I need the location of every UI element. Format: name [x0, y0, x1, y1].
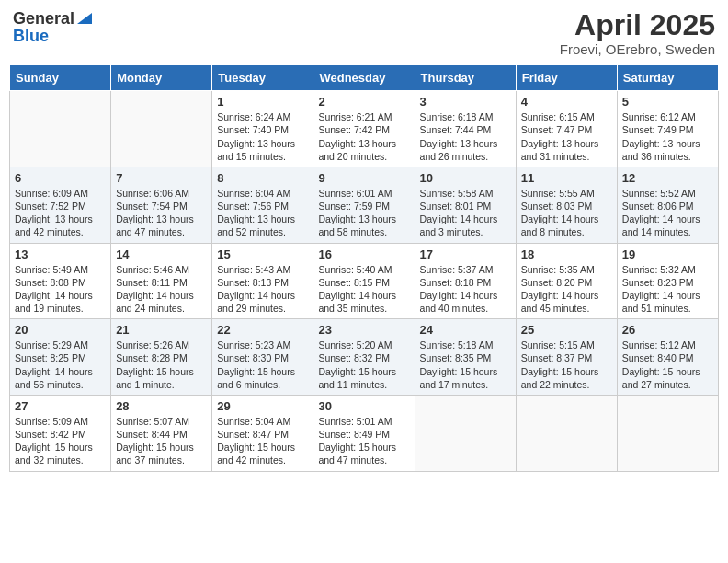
logo-blue-text: Blue [13, 28, 49, 44]
calendar-cell: 23Sunrise: 5:20 AM Sunset: 8:32 PM Dayli… [313, 319, 415, 396]
day-info: Sunrise: 5:26 AM Sunset: 8:28 PM Dayligh… [116, 339, 207, 391]
day-info: Sunrise: 5:35 AM Sunset: 8:20 PM Dayligh… [521, 263, 612, 316]
calendar-week-2: 13Sunrise: 5:49 AM Sunset: 8:08 PM Dayli… [10, 243, 719, 319]
day-info: Sunrise: 6:04 AM Sunset: 7:56 PM Dayligh… [217, 187, 308, 239]
calendar-cell: 22Sunrise: 5:23 AM Sunset: 8:30 PM Dayli… [212, 319, 313, 396]
day-number: 15 [217, 247, 308, 261]
day-info: Sunrise: 5:01 AM Sunset: 8:49 PM Dayligh… [318, 415, 409, 467]
day-info: Sunrise: 5:20 AM Sunset: 8:32 PM Dayligh… [318, 339, 409, 391]
header-sunday: Sunday [10, 65, 111, 91]
day-number: 24 [420, 323, 511, 337]
svg-marker-0 [77, 13, 92, 24]
calendar-cell: 11Sunrise: 5:55 AM Sunset: 8:03 PM Dayli… [516, 167, 617, 243]
calendar-cell: 7Sunrise: 6:06 AM Sunset: 7:54 PM Daylig… [111, 167, 212, 243]
logo-icon [77, 9, 92, 24]
day-number: 19 [622, 247, 713, 261]
header-wednesday: Wednesday [313, 65, 415, 91]
day-number: 16 [318, 247, 409, 261]
day-info: Sunrise: 6:06 AM Sunset: 7:54 PM Dayligh… [116, 187, 207, 239]
day-number: 11 [521, 171, 612, 185]
day-number: 9 [318, 171, 409, 185]
day-info: Sunrise: 5:49 AM Sunset: 8:08 PM Dayligh… [15, 263, 106, 316]
header-monday: Monday [111, 65, 212, 91]
day-number: 27 [15, 399, 106, 413]
calendar-cell: 21Sunrise: 5:26 AM Sunset: 8:28 PM Dayli… [111, 319, 212, 396]
day-number: 21 [116, 323, 207, 337]
calendar-table: SundayMondayTuesdayWednesdayThursdayFrid… [9, 64, 719, 471]
header-saturday: Saturday [617, 65, 718, 91]
day-number: 12 [622, 171, 713, 185]
day-info: Sunrise: 5:15 AM Sunset: 8:37 PM Dayligh… [521, 339, 612, 391]
calendar-cell [10, 91, 111, 167]
day-number: 4 [521, 95, 612, 109]
day-number: 30 [318, 399, 409, 413]
day-number: 10 [420, 171, 511, 185]
calendar-cell: 16Sunrise: 5:40 AM Sunset: 8:15 PM Dayli… [313, 243, 415, 319]
calendar-cell: 13Sunrise: 5:49 AM Sunset: 8:08 PM Dayli… [10, 243, 111, 319]
calendar-cell [516, 395, 617, 471]
day-number: 20 [15, 323, 106, 337]
day-info: Sunrise: 5:29 AM Sunset: 8:25 PM Dayligh… [15, 339, 106, 391]
day-number: 25 [521, 323, 612, 337]
calendar-cell: 12Sunrise: 5:52 AM Sunset: 8:06 PM Dayli… [617, 167, 718, 243]
day-number: 6 [15, 171, 106, 185]
calendar-cell [415, 395, 516, 471]
calendar-cell: 6Sunrise: 6:09 AM Sunset: 7:52 PM Daylig… [10, 167, 111, 243]
day-info: Sunrise: 5:46 AM Sunset: 8:11 PM Dayligh… [116, 263, 207, 316]
day-number: 14 [116, 247, 207, 261]
calendar-cell: 15Sunrise: 5:43 AM Sunset: 8:13 PM Dayli… [212, 243, 313, 319]
day-number: 13 [15, 247, 106, 261]
day-number: 17 [420, 247, 511, 261]
day-number: 2 [318, 95, 409, 109]
calendar-cell: 30Sunrise: 5:01 AM Sunset: 8:49 PM Dayli… [313, 395, 415, 471]
day-info: Sunrise: 6:24 AM Sunset: 7:40 PM Dayligh… [217, 110, 308, 163]
calendar-cell: 19Sunrise: 5:32 AM Sunset: 8:23 PM Dayli… [617, 243, 718, 319]
calendar-cell: 2Sunrise: 6:21 AM Sunset: 7:42 PM Daylig… [313, 91, 415, 167]
day-info: Sunrise: 6:09 AM Sunset: 7:52 PM Dayligh… [15, 187, 106, 239]
calendar-title: April 2025 [560, 9, 715, 41]
day-info: Sunrise: 5:52 AM Sunset: 8:06 PM Dayligh… [622, 187, 713, 239]
day-info: Sunrise: 5:40 AM Sunset: 8:15 PM Dayligh… [318, 263, 409, 316]
calendar-cell: 5Sunrise: 6:12 AM Sunset: 7:49 PM Daylig… [617, 91, 718, 167]
calendar-week-0: 1Sunrise: 6:24 AM Sunset: 7:40 PM Daylig… [10, 91, 719, 167]
day-info: Sunrise: 5:58 AM Sunset: 8:01 PM Dayligh… [420, 187, 511, 239]
day-info: Sunrise: 5:18 AM Sunset: 8:35 PM Dayligh… [420, 339, 511, 391]
day-info: Sunrise: 5:55 AM Sunset: 8:03 PM Dayligh… [521, 187, 612, 239]
calendar-cell: 25Sunrise: 5:15 AM Sunset: 8:37 PM Dayli… [516, 319, 617, 396]
calendar-cell: 14Sunrise: 5:46 AM Sunset: 8:11 PM Dayli… [111, 243, 212, 319]
day-info: Sunrise: 6:01 AM Sunset: 7:59 PM Dayligh… [318, 187, 409, 239]
calendar-cell: 4Sunrise: 6:15 AM Sunset: 7:47 PM Daylig… [516, 91, 617, 167]
calendar-cell: 24Sunrise: 5:18 AM Sunset: 8:35 PM Dayli… [415, 319, 516, 396]
calendar-cell [617, 395, 718, 471]
calendar-cell: 18Sunrise: 5:35 AM Sunset: 8:20 PM Dayli… [516, 243, 617, 319]
title-block: April 2025 Froevi, OErebro, Sweden [560, 9, 715, 57]
day-info: Sunrise: 6:12 AM Sunset: 7:49 PM Dayligh… [622, 110, 713, 163]
day-info: Sunrise: 5:07 AM Sunset: 8:44 PM Dayligh… [116, 415, 207, 467]
calendar-subtitle: Froevi, OErebro, Sweden [560, 41, 715, 57]
header-tuesday: Tuesday [212, 65, 313, 91]
day-number: 18 [521, 247, 612, 261]
day-info: Sunrise: 6:18 AM Sunset: 7:44 PM Dayligh… [420, 110, 511, 163]
calendar-cell: 27Sunrise: 5:09 AM Sunset: 8:42 PM Dayli… [10, 395, 111, 471]
calendar-cell: 28Sunrise: 5:07 AM Sunset: 8:44 PM Dayli… [111, 395, 212, 471]
calendar-cell: 1Sunrise: 6:24 AM Sunset: 7:40 PM Daylig… [212, 91, 313, 167]
day-info: Sunrise: 6:21 AM Sunset: 7:42 PM Dayligh… [318, 110, 409, 163]
calendar-cell [111, 91, 212, 167]
calendar-cell: 10Sunrise: 5:58 AM Sunset: 8:01 PM Dayli… [415, 167, 516, 243]
day-info: Sunrise: 5:43 AM Sunset: 8:13 PM Dayligh… [217, 263, 308, 316]
day-number: 5 [622, 95, 713, 109]
day-info: Sunrise: 5:04 AM Sunset: 8:47 PM Dayligh… [217, 415, 308, 467]
logo-general-text: General [13, 10, 74, 27]
day-info: Sunrise: 6:15 AM Sunset: 7:47 PM Dayligh… [521, 110, 612, 163]
calendar-header-row: SundayMondayTuesdayWednesdayThursdayFrid… [10, 65, 719, 91]
day-number: 1 [217, 95, 308, 109]
calendar-week-3: 20Sunrise: 5:29 AM Sunset: 8:25 PM Dayli… [10, 319, 719, 396]
calendar-cell: 26Sunrise: 5:12 AM Sunset: 8:40 PM Dayli… [617, 319, 718, 396]
day-number: 22 [217, 323, 308, 337]
header-friday: Friday [516, 65, 617, 91]
calendar-cell: 20Sunrise: 5:29 AM Sunset: 8:25 PM Dayli… [10, 319, 111, 396]
day-info: Sunrise: 5:32 AM Sunset: 8:23 PM Dayligh… [622, 263, 713, 316]
logo: General Blue [13, 9, 92, 44]
calendar-cell: 17Sunrise: 5:37 AM Sunset: 8:18 PM Dayli… [415, 243, 516, 319]
day-info: Sunrise: 5:37 AM Sunset: 8:18 PM Dayligh… [420, 263, 511, 316]
